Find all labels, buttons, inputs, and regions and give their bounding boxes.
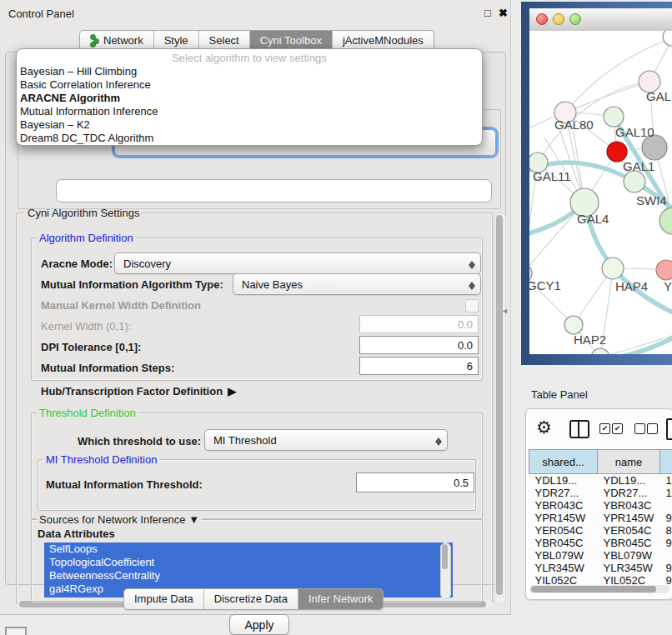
network-graph[interactable]: GALGAL80GAL10GAL1GAL11SWI4GAL4GCY1HAP4YH… — [529, 31, 672, 354]
scrollbar-thumb[interactable] — [442, 544, 448, 569]
bottom-corner-widget[interactable] — [5, 627, 27, 635]
table-cell: YBR045C — [598, 537, 660, 549]
which-threshold-combo[interactable]: MI Threshold — [204, 429, 448, 451]
node-label: GAL4 — [577, 212, 609, 226]
network-select-combo[interactable] — [56, 179, 492, 202]
column-header[interactable]: shared... — [529, 450, 598, 474]
algorithm-option[interactable]: Mutual Information Inference — [17, 105, 482, 118]
tab-discretize-data[interactable]: Discretize Data — [203, 589, 298, 609]
algorithm-option[interactable]: Dream8 DC_TDC Algorithm — [17, 132, 482, 145]
sources-title[interactable]: Sources for Network Inference ▼ — [37, 513, 202, 526]
manual-kernel-checkbox[interactable] — [465, 299, 479, 312]
attributes-list-scrollbar[interactable] — [440, 542, 451, 599]
split-columns-icon[interactable] — [569, 420, 589, 438]
data-attribute-item[interactable]: TopologicalCoefficient — [44, 556, 453, 569]
table-cell: 9. — [660, 512, 672, 524]
collapse-arrow-icon: ▼ — [188, 513, 199, 526]
algorithm-option[interactable]: ARACNE Algorithm — [17, 92, 482, 105]
table-row[interactable]: YDL19...YDL19...13 — [529, 474, 672, 488]
tab-label: Discretize Data — [214, 592, 288, 605]
dpi-tolerance-field[interactable]: 0.0 — [359, 336, 479, 354]
table-row[interactable]: YER054CYER054C8. — [529, 524, 672, 537]
network-node[interactable] — [602, 258, 624, 279]
network-node[interactable] — [659, 208, 672, 234]
table-row[interactable]: YDR27...YDR27...12 — [529, 487, 672, 499]
panel-splitter-handle[interactable]: ◄ — [501, 305, 508, 317]
mi-steps-field[interactable]: 6 — [359, 357, 479, 375]
tab-select[interactable]: Select — [198, 31, 249, 50]
table-row[interactable]: YBR043CYBR043C — [529, 499, 672, 512]
float-window-icon[interactable]: □ — [484, 7, 491, 19]
column-header[interactable]: name — [598, 450, 660, 474]
apply-button[interactable]: Apply — [229, 614, 289, 635]
table-header-row[interactable]: shared...nameA — [529, 450, 672, 474]
kernel-width-field[interactable]: 0.0 — [359, 315, 479, 333]
hub-definition-toggle[interactable]: Hub/Transcription Factor Definition▶ — [41, 385, 236, 398]
tab-label: Impute Data — [134, 592, 193, 605]
tab-label: Style — [164, 34, 188, 47]
checked-checkbox-icon[interactable]: ✔ — [612, 423, 623, 434]
data-attribute-item[interactable]: SelfLoops — [44, 542, 453, 556]
scrollbar-thumb[interactable] — [496, 215, 503, 595]
minimize-window-icon[interactable] — [553, 13, 564, 25]
algorithm-option[interactable]: Bayesian – Hill Climbing — [17, 65, 482, 78]
network-node[interactable] — [604, 107, 624, 127]
gear-icon[interactable]: ⚙ — [536, 418, 552, 438]
table-cell: 9. — [660, 562, 672, 574]
mi-type-combo[interactable]: Naive Bayes — [233, 273, 481, 295]
network-node[interactable] — [663, 31, 672, 46]
table-toolbar: ⚙ ✔ ✔ — [526, 416, 672, 442]
tab-style[interactable]: Style — [153, 31, 198, 50]
table-row[interactable]: YBR045CYBR045C9. — [529, 537, 672, 549]
dpi-tolerance-value: 0.0 — [458, 339, 473, 352]
tab-jactivemnodules[interactable]: jActiveMNodules — [332, 31, 434, 50]
node-label: GAL80 — [554, 118, 594, 132]
cyni-bottom-tabs: Impute DataDiscretize DataInfer Network — [123, 588, 384, 610]
zoom-window-icon[interactable] — [569, 13, 581, 25]
tab-impute-data[interactable]: Impute Data — [124, 589, 203, 609]
data-attribute-item[interactable]: BetweennessCentrality — [44, 569, 453, 582]
column-header[interactable]: A — [660, 450, 672, 474]
unchecked-checkbox-icon[interactable] — [634, 423, 645, 434]
network-edge[interactable] — [565, 82, 649, 112]
popup-prompt: Select algorithm to view settings — [17, 51, 482, 65]
aracne-mode-label: Aracne Mode: — [41, 258, 113, 270]
aracne-mode-combo[interactable]: Discovery — [114, 252, 481, 274]
tab-cyni-toolbox[interactable]: Cyni Toolbox — [249, 31, 332, 50]
which-threshold-value: MI Threshold — [213, 434, 277, 447]
tab-network[interactable]: Network — [80, 31, 153, 50]
settings-vertical-scrollbar[interactable] — [494, 212, 506, 604]
control-panel-window: Control Panel □ ✖ NetworkStyleSelectCyni… — [0, 0, 511, 615]
close-window-icon[interactable] — [536, 13, 548, 25]
unchecked-checkbox-icon[interactable] — [647, 423, 658, 434]
tab-infer-network[interactable]: Infer Network — [298, 589, 383, 609]
node-label: Y — [664, 279, 672, 293]
table-row[interactable]: YBL079WYBL079W — [529, 549, 672, 562]
network-window-titlebar[interactable] — [529, 8, 672, 32]
mi-threshold-field[interactable]: 0.5 — [356, 472, 474, 492]
table-panel-title: Table Panel — [531, 388, 588, 401]
apply-button-label: Apply — [244, 618, 273, 632]
aracne-mode-value: Discovery — [123, 258, 171, 270]
network-edge[interactable] — [600, 328, 672, 354]
network-view-window: GALGAL80GAL10GAL1GAL11SWI4GAL4GCY1HAP4YH… — [521, 2, 672, 365]
scrollbar-thumb[interactable] — [531, 586, 656, 592]
table-cell: YPR145W — [598, 512, 660, 524]
checked-checkbox-icon[interactable]: ✔ — [599, 423, 610, 434]
network-canvas[interactable]: GALGAL80GAL10GAL1GAL11SWI4GAL4GCY1HAP4YH… — [529, 31, 672, 354]
network-node[interactable] — [564, 316, 583, 334]
table-doc-icon[interactable] — [666, 418, 672, 440]
network-node[interactable] — [624, 171, 645, 192]
tab-label: Cyni Toolbox — [260, 34, 322, 47]
algorithm-option[interactable]: Bayesian – K2 — [17, 118, 482, 132]
table-horizontal-scrollbar[interactable] — [529, 585, 669, 593]
table-cell: YBR045C — [529, 537, 598, 549]
table-row[interactable]: YLR345WYLR345W9. — [529, 562, 672, 574]
close-panel-icon[interactable]: ✖ — [499, 7, 508, 19]
table-row[interactable]: YPR145WYPR145W9. — [529, 512, 672, 524]
network-node[interactable] — [656, 260, 672, 280]
table-cell: YDR27... — [598, 487, 660, 499]
algorithm-option[interactable]: Basic Correlation Inference — [17, 78, 482, 92]
node-label: GAL — [646, 89, 671, 103]
node-label: GCY1 — [529, 278, 561, 292]
